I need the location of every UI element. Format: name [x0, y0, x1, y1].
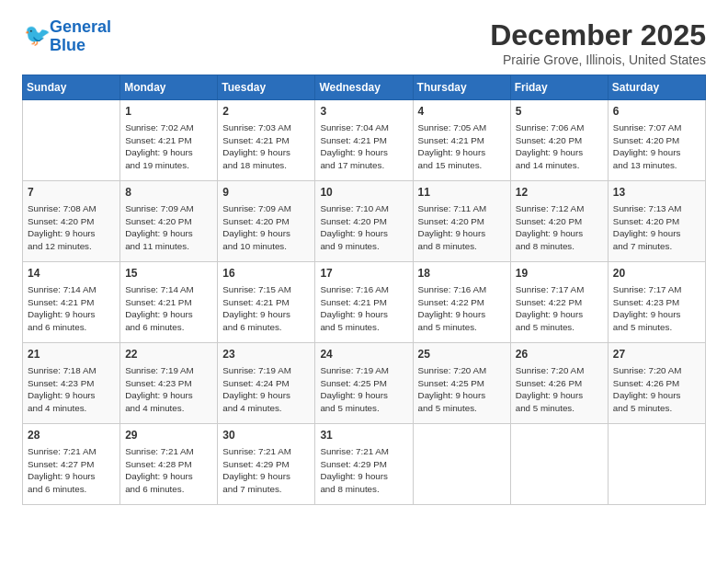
- day-info: Sunrise: 7:15 AM Sunset: 4:21 PM Dayligh…: [222, 283, 310, 334]
- day-number: 10: [320, 185, 407, 201]
- table-row: 27Sunrise: 7:20 AM Sunset: 4:26 PM Dayli…: [608, 343, 705, 424]
- table-row: [413, 424, 510, 505]
- table-row: 10Sunrise: 7:10 AM Sunset: 4:20 PM Dayli…: [315, 181, 413, 262]
- table-row: 15Sunrise: 7:14 AM Sunset: 4:21 PM Dayli…: [120, 262, 218, 343]
- day-info: Sunrise: 7:19 AM Sunset: 4:23 PM Dayligh…: [125, 364, 212, 415]
- table-row: 20Sunrise: 7:17 AM Sunset: 4:23 PM Dayli…: [608, 262, 705, 343]
- day-info: Sunrise: 7:11 AM Sunset: 4:20 PM Dayligh…: [418, 202, 506, 253]
- day-number: 22: [125, 347, 212, 362]
- day-number: 2: [222, 104, 310, 120]
- day-number: 30: [222, 428, 310, 443]
- day-number: 7: [28, 185, 115, 201]
- table-row: 22Sunrise: 7:19 AM Sunset: 4:23 PM Dayli…: [120, 343, 218, 424]
- day-number: 19: [516, 266, 603, 282]
- day-info: Sunrise: 7:21 AM Sunset: 4:27 PM Dayligh…: [28, 445, 115, 496]
- day-info: Sunrise: 7:21 AM Sunset: 4:29 PM Dayligh…: [320, 445, 407, 496]
- table-row: 8Sunrise: 7:09 AM Sunset: 4:20 PM Daylig…: [120, 181, 218, 262]
- table-row: 18Sunrise: 7:16 AM Sunset: 4:22 PM Dayli…: [413, 262, 510, 343]
- table-row: 28Sunrise: 7:21 AM Sunset: 4:27 PM Dayli…: [23, 424, 120, 505]
- table-row: [608, 424, 705, 505]
- table-row: 17Sunrise: 7:16 AM Sunset: 4:21 PM Dayli…: [315, 262, 413, 343]
- day-number: 27: [613, 347, 700, 362]
- logo-text: General Blue: [50, 18, 111, 55]
- table-row: 25Sunrise: 7:20 AM Sunset: 4:25 PM Dayli…: [413, 343, 510, 424]
- table-row: 7Sunrise: 7:08 AM Sunset: 4:20 PM Daylig…: [23, 181, 120, 262]
- day-number: 5: [516, 104, 603, 120]
- day-info: Sunrise: 7:10 AM Sunset: 4:20 PM Dayligh…: [320, 202, 407, 253]
- table-row: 21Sunrise: 7:18 AM Sunset: 4:23 PM Dayli…: [23, 343, 120, 424]
- table-row: 31Sunrise: 7:21 AM Sunset: 4:29 PM Dayli…: [315, 424, 413, 505]
- day-number: 12: [516, 185, 603, 201]
- calendar-header-row: Sunday Monday Tuesday Wednesday Thursday…: [23, 75, 706, 100]
- day-info: Sunrise: 7:09 AM Sunset: 4:20 PM Dayligh…: [125, 202, 212, 253]
- day-info: Sunrise: 7:19 AM Sunset: 4:25 PM Dayligh…: [320, 364, 407, 415]
- calendar-table: Sunday Monday Tuesday Wednesday Thursday…: [22, 75, 706, 505]
- table-row: 13Sunrise: 7:13 AM Sunset: 4:20 PM Dayli…: [608, 181, 705, 262]
- day-number: 28: [28, 428, 115, 443]
- day-info: Sunrise: 7:16 AM Sunset: 4:22 PM Dayligh…: [418, 283, 506, 334]
- day-info: Sunrise: 7:03 AM Sunset: 4:21 PM Dayligh…: [222, 121, 310, 172]
- table-row: 16Sunrise: 7:15 AM Sunset: 4:21 PM Dayli…: [218, 262, 315, 343]
- table-row: 5Sunrise: 7:06 AM Sunset: 4:20 PM Daylig…: [510, 100, 608, 181]
- day-info: Sunrise: 7:20 AM Sunset: 4:25 PM Dayligh…: [418, 364, 506, 415]
- logo-general: General: [50, 17, 111, 36]
- day-number: 13: [613, 185, 700, 201]
- day-info: Sunrise: 7:04 AM Sunset: 4:21 PM Dayligh…: [320, 121, 407, 172]
- day-info: Sunrise: 7:07 AM Sunset: 4:20 PM Dayligh…: [613, 121, 700, 172]
- header: 🐦 General Blue December 2025 Prairie Gro…: [22, 18, 706, 67]
- table-row: 3Sunrise: 7:04 AM Sunset: 4:21 PM Daylig…: [315, 100, 413, 181]
- calendar-week-row: 1Sunrise: 7:02 AM Sunset: 4:21 PM Daylig…: [23, 100, 706, 181]
- day-info: Sunrise: 7:06 AM Sunset: 4:20 PM Dayligh…: [516, 121, 603, 172]
- calendar-week-row: 14Sunrise: 7:14 AM Sunset: 4:21 PM Dayli…: [23, 262, 706, 343]
- day-number: 18: [418, 266, 506, 282]
- day-number: 24: [320, 347, 407, 362]
- day-number: 15: [125, 266, 212, 282]
- svg-text:🐦: 🐦: [24, 22, 50, 48]
- day-info: Sunrise: 7:21 AM Sunset: 4:28 PM Dayligh…: [125, 445, 212, 496]
- table-row: 11Sunrise: 7:11 AM Sunset: 4:20 PM Dayli…: [413, 181, 510, 262]
- header-wednesday: Wednesday: [315, 75, 413, 100]
- logo-icon: 🐦: [24, 22, 50, 48]
- day-info: Sunrise: 7:21 AM Sunset: 4:29 PM Dayligh…: [222, 445, 310, 496]
- header-thursday: Thursday: [413, 75, 510, 100]
- day-number: 6: [613, 104, 700, 120]
- day-info: Sunrise: 7:08 AM Sunset: 4:20 PM Dayligh…: [28, 202, 115, 253]
- table-row: 24Sunrise: 7:19 AM Sunset: 4:25 PM Dayli…: [315, 343, 413, 424]
- day-number: 1: [125, 104, 212, 120]
- day-number: 20: [613, 266, 700, 282]
- calendar-week-row: 28Sunrise: 7:21 AM Sunset: 4:27 PM Dayli…: [23, 424, 706, 505]
- day-number: 25: [418, 347, 506, 362]
- day-number: 26: [516, 347, 603, 362]
- table-row: 2Sunrise: 7:03 AM Sunset: 4:21 PM Daylig…: [218, 100, 315, 181]
- day-info: Sunrise: 7:02 AM Sunset: 4:21 PM Dayligh…: [125, 121, 212, 172]
- day-info: Sunrise: 7:13 AM Sunset: 4:20 PM Dayligh…: [613, 202, 700, 253]
- logo-blue: Blue: [50, 37, 111, 55]
- calendar-week-row: 7Sunrise: 7:08 AM Sunset: 4:20 PM Daylig…: [23, 181, 706, 262]
- day-number: 3: [320, 104, 407, 120]
- day-info: Sunrise: 7:05 AM Sunset: 4:21 PM Dayligh…: [418, 121, 506, 172]
- header-monday: Monday: [120, 75, 218, 100]
- table-row: 19Sunrise: 7:17 AM Sunset: 4:22 PM Dayli…: [510, 262, 608, 343]
- header-saturday: Saturday: [608, 75, 705, 100]
- day-number: 4: [418, 104, 506, 120]
- day-info: Sunrise: 7:20 AM Sunset: 4:26 PM Dayligh…: [516, 364, 603, 415]
- table-row: 26Sunrise: 7:20 AM Sunset: 4:26 PM Dayli…: [510, 343, 608, 424]
- location-title: Prairie Grove, Illinois, United States: [490, 52, 706, 67]
- day-info: Sunrise: 7:14 AM Sunset: 4:21 PM Dayligh…: [125, 283, 212, 334]
- calendar-week-row: 21Sunrise: 7:18 AM Sunset: 4:23 PM Dayli…: [23, 343, 706, 424]
- day-number: 11: [418, 185, 506, 201]
- day-info: Sunrise: 7:18 AM Sunset: 4:23 PM Dayligh…: [28, 364, 115, 415]
- table-row: 30Sunrise: 7:21 AM Sunset: 4:29 PM Dayli…: [218, 424, 315, 505]
- day-info: Sunrise: 7:14 AM Sunset: 4:21 PM Dayligh…: [28, 283, 115, 334]
- day-number: 29: [125, 428, 212, 443]
- title-area: December 2025 Prairie Grove, Illinois, U…: [490, 18, 706, 67]
- table-row: 9Sunrise: 7:09 AM Sunset: 4:20 PM Daylig…: [218, 181, 315, 262]
- table-row: 12Sunrise: 7:12 AM Sunset: 4:20 PM Dayli…: [510, 181, 608, 262]
- header-tuesday: Tuesday: [218, 75, 315, 100]
- table-row: [510, 424, 608, 505]
- day-number: 31: [320, 428, 407, 443]
- table-row: 1Sunrise: 7:02 AM Sunset: 4:21 PM Daylig…: [120, 100, 218, 181]
- table-row: [23, 100, 120, 181]
- day-number: 9: [222, 185, 310, 201]
- day-number: 17: [320, 266, 407, 282]
